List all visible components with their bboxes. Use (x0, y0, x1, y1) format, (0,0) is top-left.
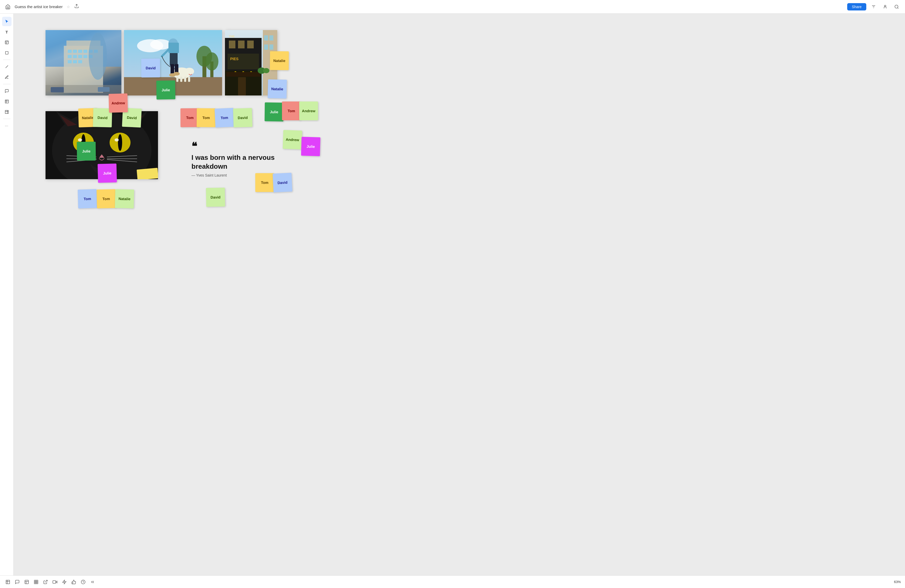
sticky-note-s17[interactable]: Julie (98, 164, 117, 183)
svg-rect-22 (73, 50, 77, 53)
sticky-note-s18[interactable]: Tom (78, 189, 97, 208)
svg-point-52 (185, 68, 194, 75)
document-title: Guess the artist ice breaker (15, 5, 62, 9)
svg-point-35 (89, 33, 107, 80)
svg-rect-30 (83, 55, 87, 58)
sticky-note-s12[interactable]: Natalie (268, 79, 287, 99)
sticky-note-s9[interactable]: Tom (214, 108, 234, 127)
header: Guess the artist ice breaker ☆ Share (0, 0, 452, 14)
svg-rect-77 (264, 44, 268, 50)
quote-text: I was born with a nervous breakdown (192, 153, 286, 171)
comment-tool[interactable] (2, 86, 11, 96)
sticky-note-s21[interactable]: Andrew (283, 130, 302, 149)
svg-rect-24 (83, 50, 87, 53)
svg-rect-49 (168, 43, 179, 53)
cursor-tool[interactable] (2, 17, 11, 26)
quote-mark-icon: ❝ (192, 141, 286, 152)
sticky-note-s6[interactable]: Julie (156, 81, 176, 100)
canvas-area: PIES (14, 14, 452, 294)
svg-rect-55 (184, 77, 186, 82)
frame-tool[interactable] (2, 97, 11, 106)
svg-rect-21 (68, 50, 71, 53)
svg-rect-27 (68, 55, 71, 58)
svg-rect-67 (247, 41, 254, 48)
embed-tool[interactable] (2, 107, 11, 117)
canvas-inner: PIES (14, 14, 452, 294)
quote-block: ❝ I was born with a nervous breakdown — … (192, 141, 286, 177)
svg-rect-65 (229, 41, 235, 48)
svg-rect-32 (68, 60, 71, 63)
sticky-note-s1[interactable]: David (141, 59, 160, 78)
home-button[interactable] (4, 3, 11, 11)
svg-rect-73 (226, 72, 260, 77)
svg-line-11 (5, 65, 8, 68)
svg-rect-63 (227, 54, 259, 69)
sticky-note-s15[interactable]: Andrew (299, 102, 318, 120)
svg-rect-78 (269, 44, 273, 50)
line-tool[interactable] (2, 62, 11, 72)
photo-building[interactable] (46, 30, 121, 95)
svg-rect-75 (264, 35, 268, 41)
svg-point-91 (118, 134, 122, 151)
sticky-note-s16[interactable]: Julie (77, 142, 96, 161)
sticky-note-s24[interactable]: David (273, 173, 292, 192)
svg-rect-54 (180, 77, 182, 82)
sticky-note-s13[interactable]: Julie (265, 103, 284, 122)
svg-rect-58 (175, 64, 178, 73)
sticky-note-s20[interactable]: Natalie (115, 189, 134, 208)
sticky-tool[interactable] (2, 38, 11, 47)
svg-rect-53 (176, 77, 178, 82)
sticky-note-s23[interactable]: Tom (255, 173, 274, 192)
sticky-note-s10[interactable]: David (233, 108, 252, 127)
svg-rect-34 (78, 60, 82, 63)
svg-rect-76 (269, 35, 273, 41)
text-tool[interactable]: T (2, 27, 11, 37)
sticky-note-s19[interactable]: Tom (97, 189, 116, 208)
svg-point-41 (150, 39, 171, 50)
sticky-note-s11[interactable]: Natalie (270, 51, 289, 70)
sticky-note-s14[interactable]: Tom (282, 102, 301, 120)
svg-rect-33 (73, 60, 77, 63)
left-toolbar: T ··· (0, 14, 14, 294)
svg-text:PIES: PIES (230, 57, 238, 61)
svg-rect-57 (170, 64, 174, 75)
svg-point-60 (173, 72, 180, 76)
svg-rect-28 (73, 55, 77, 58)
svg-rect-7 (5, 41, 8, 44)
sticky-note-s22[interactable]: Julie (301, 137, 321, 156)
favorite-icon[interactable]: ☆ (67, 5, 70, 9)
svg-rect-69 (238, 77, 246, 95)
shape-tool[interactable] (2, 48, 11, 57)
toolbar-separator-3 (3, 119, 11, 119)
export-icon[interactable] (74, 4, 79, 10)
svg-rect-66 (238, 41, 245, 48)
svg-point-93 (114, 138, 119, 141)
svg-rect-23 (78, 50, 82, 53)
svg-point-92 (78, 138, 82, 141)
sticky-note-s8[interactable]: Tom (197, 108, 216, 127)
svg-rect-101 (137, 168, 158, 179)
sticky-note-s25[interactable]: David (206, 188, 225, 207)
pen-tool[interactable] (2, 72, 11, 82)
sticky-note-s5[interactable]: Andrew (108, 94, 128, 113)
svg-rect-29 (78, 55, 82, 58)
svg-rect-10 (5, 51, 8, 54)
svg-rect-12 (5, 100, 8, 103)
svg-text:THE: THE (229, 35, 235, 38)
svg-rect-56 (188, 77, 190, 82)
svg-rect-15 (5, 110, 8, 113)
more-tool[interactable]: ··· (2, 121, 11, 130)
svg-point-80 (263, 68, 269, 73)
svg-point-45 (205, 52, 218, 71)
svg-rect-37 (51, 87, 64, 92)
svg-rect-38 (98, 87, 110, 92)
